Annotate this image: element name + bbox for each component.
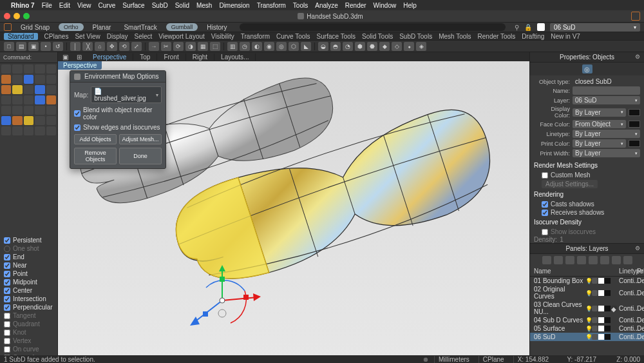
envmap-remove-button[interactable]: Remove Objects: [74, 148, 117, 164]
print-width-dropdown[interactable]: By Layer: [573, 149, 640, 157]
palette-tool[interactable]: [24, 116, 33, 125]
menu-edit[interactable]: Edit: [59, 2, 70, 9]
palette-tool[interactable]: [35, 64, 44, 74]
display-color-swatch[interactable]: [629, 109, 640, 116]
palette-tool[interactable]: [12, 64, 22, 74]
display-color-dropdown[interactable]: By Layer: [573, 108, 626, 117]
snap-history[interactable]: History: [203, 23, 231, 32]
toolbar-button[interactable]: ◷: [240, 42, 250, 51]
linetype-dropdown[interactable]: By Layer: [573, 130, 640, 138]
toolbar-group-solid-tools[interactable]: Solid Tools: [362, 33, 393, 40]
name-input[interactable]: [573, 86, 640, 95]
menu-window[interactable]: Window: [374, 2, 397, 9]
toolbar-group-viewport-layout[interactable]: Viewport Layout: [158, 33, 205, 40]
osnap-perpendicular-check[interactable]: [4, 304, 10, 311]
environment-map-dialog[interactable]: Environment Map Options Map:📄 brushed_si…: [70, 70, 166, 169]
toolbar-group-render-tools[interactable]: Render Tools: [478, 33, 516, 40]
toolbar-button[interactable]: ✥: [107, 42, 117, 51]
toolbar-group-drafting[interactable]: Drafting: [522, 33, 544, 40]
osnap-midpoint-check[interactable]: [4, 279, 10, 286]
toolbar-button[interactable]: ◎: [276, 42, 287, 51]
layer-tool[interactable]: [565, 256, 574, 264]
toolbar-group-curve-tools[interactable]: Curve Tools: [276, 33, 310, 40]
envmap-map-select[interactable]: 📄 brushed_silver.jpg: [91, 86, 162, 103]
layer-tool[interactable]: [542, 256, 551, 264]
viewport-single-icon[interactable]: ▣: [58, 54, 72, 61]
palette-tool[interactable]: [24, 75, 33, 84]
palette-tool[interactable]: [1, 64, 11, 74]
toolbar-button[interactable]: ⌂: [95, 42, 105, 51]
palette-tool[interactable]: [1, 75, 11, 84]
palette-tool[interactable]: [12, 116, 22, 125]
object-properties-icon[interactable]: ◎: [582, 64, 592, 74]
palette-tool[interactable]: [1, 85, 11, 94]
palette-tool[interactable]: [46, 64, 56, 74]
toolbar-button[interactable]: ⬣: [367, 42, 377, 51]
custom-mesh-check[interactable]: [542, 172, 548, 179]
gear-icon[interactable]: ⚙︎: [635, 54, 640, 60]
view-right[interactable]: Right: [186, 54, 214, 61]
snap-gumball[interactable]: Gumball: [166, 23, 198, 31]
osnap-near-check[interactable]: [4, 262, 10, 269]
toolbar-button[interactable]: │: [70, 42, 80, 51]
menu-solid[interactable]: Solid: [175, 2, 189, 9]
menu-surface[interactable]: Surface: [122, 2, 144, 9]
osnap-center-check[interactable]: [4, 288, 10, 294]
toolbar-button[interactable]: ▣: [28, 42, 39, 51]
envmap-add-button[interactable]: Add Objects: [74, 134, 117, 144]
status-cplane[interactable]: CPlane: [478, 356, 508, 363]
record-icon[interactable]: ⏺: [422, 356, 429, 363]
osnap-vertex-check[interactable]: [4, 338, 10, 344]
toolbar-group-subd-tools[interactable]: SubD Tools: [399, 33, 432, 40]
toolbar-button[interactable]: ▥: [227, 42, 238, 51]
viewport-quad-icon[interactable]: ⊞: [72, 54, 86, 61]
menu-analyze[interactable]: Analyze: [315, 2, 338, 9]
osnap-point-check[interactable]: [4, 271, 10, 277]
toolbar-button[interactable]: •: [41, 42, 51, 51]
layer-tool[interactable]: [589, 256, 598, 264]
radio-oneshot[interactable]: [4, 246, 10, 252]
menu-curve[interactable]: Curve: [99, 2, 116, 9]
toolbar-button[interactable]: ⤢: [131, 42, 142, 51]
palette-tool[interactable]: [12, 75, 22, 84]
toolbar-button[interactable]: ◔: [343, 42, 353, 51]
palette-tool[interactable]: [35, 75, 44, 84]
layer-tool[interactable]: [554, 256, 563, 264]
toolbar-button[interactable]: ⟲: [119, 42, 129, 51]
face-color-swatch[interactable]: [629, 121, 640, 128]
toolbar-group-standard[interactable]: Standard: [4, 33, 38, 40]
toolbar-button[interactable]: ◑: [185, 42, 196, 51]
toolbar-button[interactable]: ◈: [416, 42, 426, 51]
palette-tool[interactable]: [12, 106, 22, 115]
layer-row[interactable]: 04 Sub D Curves💡Conti...Def...: [530, 316, 644, 324]
menu-render[interactable]: Render: [345, 2, 366, 9]
osnap-tangent-check[interactable]: [4, 313, 10, 319]
toolbar-group-set-view[interactable]: Set View: [75, 33, 100, 40]
toolbar-group-new-in-v7[interactable]: New in V7: [551, 33, 580, 40]
right-sidebar-toggle-icon[interactable]: [631, 12, 640, 21]
palette-tool[interactable]: [35, 116, 44, 125]
print-color-dropdown[interactable]: By Layer: [573, 139, 626, 148]
toolbar-button[interactable]: ▦: [198, 42, 208, 51]
menu-dimension[interactable]: Dimension: [219, 2, 249, 9]
layer-row[interactable]: 01 Bounding Box💡Conti...Def...: [530, 277, 644, 285]
toolbar-button[interactable]: ◒: [318, 42, 328, 51]
palette-tool[interactable]: [46, 106, 56, 115]
status-units[interactable]: Millimeters: [434, 356, 473, 363]
view-layouts[interactable]: Layouts...: [214, 54, 256, 61]
toolbar-button[interactable]: ⬚: [210, 42, 220, 51]
layer-tool[interactable]: [612, 256, 621, 264]
viewport-name-badge[interactable]: Perspective: [58, 61, 102, 70]
menu-mesh[interactable]: Mesh: [196, 2, 212, 9]
palette-tool[interactable]: [12, 85, 22, 94]
menu-help[interactable]: Help: [403, 2, 417, 9]
toolbar-group-select[interactable]: Select: [135, 33, 153, 40]
osnap-quadrant-check[interactable]: [4, 321, 10, 328]
layer-tool[interactable]: [577, 256, 586, 264]
palette-tool[interactable]: [46, 95, 56, 104]
toolbar-group-surface-tools[interactable]: Surface Tools: [317, 33, 355, 40]
palette-tool[interactable]: [24, 85, 33, 94]
envmap-adjust-button[interactable]: Adjust Mesh...: [119, 134, 162, 144]
show-isocurves-check[interactable]: [542, 229, 548, 235]
toolbar-button[interactable]: ⟳: [173, 42, 184, 51]
